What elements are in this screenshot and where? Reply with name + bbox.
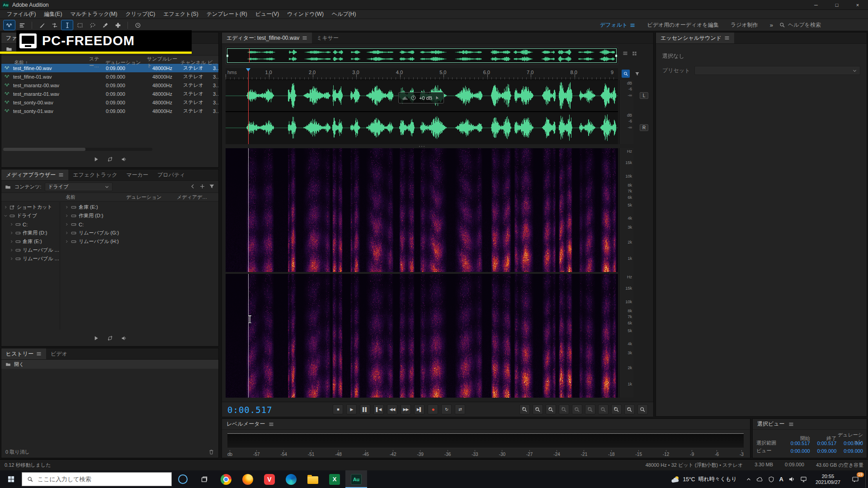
spectrogram-right-channel[interactable] (226, 274, 618, 398)
network-icon[interactable] (800, 476, 807, 483)
files-play-button[interactable] (93, 156, 99, 164)
zoom-in-button[interactable]: + (519, 404, 530, 414)
stop-button[interactable]: ■ (333, 404, 343, 414)
taskbar-firefox-button[interactable] (237, 470, 259, 488)
files-loop-button[interactable] (107, 156, 113, 164)
spot-healing-brush-tool[interactable] (112, 20, 123, 30)
media-filter-button[interactable] (209, 183, 215, 190)
drive-item[interactable]: C: (60, 220, 218, 229)
files-autoplay-button[interactable] (121, 156, 127, 164)
zoom-sel-out-button[interactable]: − (598, 404, 609, 414)
marquee-selection-tool[interactable] (74, 20, 85, 30)
menu-edit[interactable]: 編集(E) (40, 10, 66, 19)
media-column-header-2[interactable]: メディアデ… (177, 194, 218, 201)
selection-handle-left[interactable] (226, 55, 228, 57)
loop-playback-button[interactable]: ↻ (441, 404, 452, 414)
zoom-vertical-in-button[interactable]: + (611, 404, 622, 414)
workspace-overflow-button[interactable]: » (770, 22, 773, 28)
razor-tool[interactable] (36, 20, 47, 30)
column-header-name[interactable]: 名前 ↑ (1, 59, 89, 66)
media-back-button[interactable] (190, 183, 196, 190)
taskbar-clock[interactable]: 20:55 2021/09/27 (811, 474, 845, 485)
tab-video[interactable]: ビデオ (46, 348, 72, 359)
tree-item[interactable]: ショートカット (1, 203, 60, 211)
tree-item[interactable]: リムーバブル (G:) (1, 246, 60, 254)
tree-item[interactable]: ドライブ (1, 211, 60, 220)
tab-essential-sound[interactable]: エッセンシャルサウンド (656, 33, 734, 43)
workspace-edit-audio-for-video[interactable]: ビデオ用のオーディオを編集 (647, 21, 719, 29)
tab-effects-rack[interactable]: エフェクトラック (68, 169, 122, 180)
selection-view-menu-icon[interactable] (788, 422, 794, 427)
menu-help[interactable]: ヘルプ(H) (328, 10, 360, 19)
file-row[interactable]: test_sonty-00.wav0:09.00048000Hzステレオ3… (1, 98, 218, 107)
overview-strip[interactable] (226, 47, 618, 64)
task-view-button[interactable] (193, 470, 215, 488)
content-dropdown[interactable]: ドライブ (45, 183, 113, 191)
channel-button-left[interactable]: L (640, 92, 648, 99)
overview-menu-icon[interactable] (623, 51, 628, 56)
playhead-marker[interactable] (246, 68, 250, 71)
spectrogram-left-channel[interactable] (226, 148, 618, 272)
slip-tool[interactable] (49, 20, 60, 30)
fast-forward-button[interactable]: ▶▶ (401, 404, 411, 414)
skip-selection-button[interactable]: ⇄ (455, 404, 465, 414)
show-desktop-button[interactable] (865, 470, 868, 488)
file-row[interactable]: test_fifine-01.wav0:09.00048000Hzステレオ3… (1, 72, 218, 81)
display-splitter[interactable] (226, 144, 618, 148)
ime-mode-indicator[interactable]: A (779, 476, 783, 483)
drive-item[interactable]: リムーバブル (H:) (60, 237, 218, 246)
volume-icon[interactable] (788, 476, 795, 483)
volume-hud[interactable]: +0 dB (398, 92, 444, 103)
hud-knob-icon[interactable] (410, 95, 416, 101)
essential-sound-menu-icon[interactable] (724, 35, 730, 41)
tab-markers[interactable]: マーカー (122, 169, 153, 180)
zoom-vertical-out-button[interactable]: − (624, 404, 635, 414)
minimize-button[interactable]: ─ (806, 0, 826, 9)
tab-editor[interactable]: エディター: test_fifine-00.wav (222, 33, 312, 43)
selection-handle-right[interactable] (615, 55, 617, 57)
close-button[interactable]: × (847, 0, 868, 9)
zoom-out-point-button[interactable]: − (572, 404, 582, 414)
rewind-button[interactable]: ◀◀ (387, 404, 397, 414)
tree-item[interactable]: リムーバブル (H:) (1, 254, 60, 263)
taskbar-excel-button[interactable]: X (324, 470, 345, 488)
tree-item[interactable]: 作業用 (D:) (1, 229, 60, 237)
weather-widget[interactable]: 15°C 晴れ時々くもり (665, 475, 742, 484)
waveform-view-button[interactable] (4, 20, 15, 30)
media-play-button[interactable] (93, 335, 99, 343)
time-options-button[interactable] (132, 20, 143, 30)
media-add-shortcut-button[interactable] (199, 183, 205, 190)
channel-button-right[interactable]: R (640, 124, 648, 131)
zoom-sel-in-button[interactable]: + (585, 404, 595, 414)
time-display[interactable]: 0:00.517 (227, 405, 273, 415)
go-to-start-button[interactable]: ▌◀ (373, 404, 384, 414)
auto-zoom-button[interactable] (622, 70, 630, 78)
history-trash-icon[interactable] (208, 449, 214, 455)
level-meter-menu-icon[interactable] (269, 422, 274, 427)
overview-layout-icon[interactable] (632, 51, 637, 56)
column-header-0[interactable]: ステー… (89, 56, 105, 69)
start-button[interactable] (0, 470, 22, 488)
history-item[interactable]: 開く (1, 360, 218, 369)
onedrive-icon[interactable] (756, 476, 763, 483)
multitrack-view-button[interactable] (16, 20, 28, 30)
file-row[interactable]: test_marantz-00.wav0:09.00048000Hzステレオ3… (1, 81, 218, 89)
record-button[interactable]: ● (428, 404, 438, 414)
menu-view[interactable]: ビュー(V) (251, 10, 283, 19)
column-header-4[interactable]: ビ… (208, 59, 218, 66)
ruler-filter-button[interactable] (633, 70, 641, 78)
taskbar-edge-button[interactable] (280, 470, 302, 488)
play-button[interactable]: ▶ (346, 404, 357, 414)
security-icon[interactable] (768, 476, 774, 483)
action-center-button[interactable]: 19 (845, 470, 865, 488)
drive-item[interactable]: リムーバブル (G:) (60, 229, 218, 237)
taskbar-chrome-button[interactable] (215, 470, 237, 488)
zoom-selection-button[interactable]: ▪ (546, 404, 556, 414)
workspace-default[interactable]: デフォルト (600, 21, 635, 29)
media-loop-button[interactable] (107, 335, 113, 343)
file-row[interactable]: test_sonty-01.wav0:09.00048000Hzステレオ3… (1, 107, 218, 115)
menu-window[interactable]: ウィンドウ(W) (283, 10, 328, 19)
drive-item[interactable]: 作業用 (D:) (60, 211, 218, 220)
menu-clip[interactable]: クリップ(C) (121, 10, 159, 19)
file-row[interactable]: test_marantz-01.wav0:09.00048000Hzステレオ3… (1, 89, 218, 98)
